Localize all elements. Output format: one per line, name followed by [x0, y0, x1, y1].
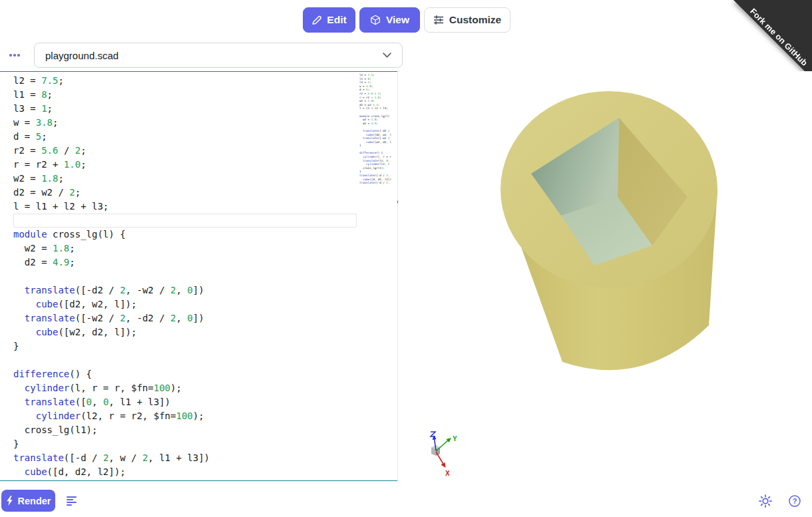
- code-line[interactable]: translate([-d / 2, w / 2, l1 + l3]): [13, 451, 370, 465]
- code-token: ;: [378, 103, 380, 106]
- gear-icon: [759, 494, 772, 508]
- code-line[interactable]: translate([0, 0, l1 + l3]): [13, 395, 370, 409]
- code-editor-pane: l2 = 7.5;l1 = 8;l3 = 1;w = 3.8;d = 5;r2 …: [0, 71, 397, 481]
- code-line[interactable]: [13, 269, 370, 283]
- customize-button[interactable]: Customize: [424, 7, 510, 33]
- code-line[interactable]: l3 = 1;: [13, 102, 370, 116]
- code-token: ([w2, d2, l]);: [373, 140, 391, 144]
- edit-button-label: Edit: [327, 14, 346, 26]
- customize-button-label: Customize: [449, 14, 501, 26]
- code-token: ;: [368, 88, 370, 91]
- code-token: , l1 + l3]): [187, 480, 249, 481]
- code-line[interactable]: translate([-w2 / 2, -d2 / 2, 0]): [13, 311, 370, 325]
- code-line[interactable]: d2 = 4.9;: [13, 256, 370, 269]
- code-token: module: [359, 114, 369, 118]
- code-token: [359, 162, 366, 166]
- code-token: d2 =: [359, 122, 371, 125]
- pencil-icon: [311, 15, 321, 25]
- code-line[interactable]: [13, 353, 370, 367]
- code-line[interactable]: r = r2 + 1.0;: [13, 158, 370, 172]
- code-line[interactable]: cube([d, d2, l2]);: [13, 465, 370, 479]
- lightning-icon: [6, 496, 13, 506]
- code-token: ([d, d2, l2]);: [47, 466, 126, 477]
- code-line[interactable]: difference() {: [13, 367, 370, 381]
- minimap[interactable]: l2 = 7.5;l1 = 8;l3 = 1;w = 3.8;d = 5;r2 …: [359, 73, 391, 185]
- code-editor[interactable]: l2 = 7.5;l1 = 8;l3 = 1;w = 3.8;d = 5;r2 …: [0, 72, 370, 481]
- code-line[interactable]: l = l1 + l2 + l3;: [13, 200, 370, 214]
- code-token: ([d, d2, l2]);: [369, 178, 391, 181]
- view-button-label: View: [386, 14, 409, 26]
- edit-button[interactable]: Edit: [303, 7, 355, 33]
- code-line[interactable]: cube([w2, d2, l]);: [359, 140, 391, 144]
- code-token: ([w2, d2, l]);: [58, 327, 136, 337]
- code-line[interactable]: translate([-d2 / 2, -w2 / 2, 0]): [13, 283, 370, 297]
- help-button[interactable]: ?: [788, 494, 801, 508]
- code-token: translate: [25, 313, 75, 323]
- code-line[interactable]: cube([w2, d2, l]);: [13, 325, 370, 339]
- code-line[interactable]: cylinder(l2, r = r2, $fn=100);: [13, 409, 370, 423]
- code-line[interactable]: r2 = 5.6 / 2;: [13, 144, 370, 158]
- file-select[interactable]: playground.scad: [34, 43, 403, 68]
- code-token: cylinder: [36, 411, 81, 421]
- viewer-canvas[interactable]: Y X: [398, 71, 812, 481]
- code-token: );: [170, 383, 182, 393]
- code-token: 1.0: [170, 480, 187, 481]
- code-token: 0: [187, 285, 192, 295]
- render-button[interactable]: Render: [1, 490, 55, 512]
- code-token: ([-w2 /: [378, 136, 391, 140]
- code-token: r = r2 +: [13, 159, 64, 170]
- code-token: , l1 + l3]): [148, 452, 210, 463]
- code-token: ]): [193, 313, 204, 323]
- code-token: ;: [41, 131, 47, 142]
- top-toolbar: Edit View Customize: [0, 0, 812, 40]
- code-line[interactable]: translate([-d / 2, -w / 2 + 1.0, l1 + l3…: [13, 479, 370, 481]
- code-token: translate: [363, 159, 378, 162]
- viewer-pane[interactable]: Y X: [398, 71, 812, 481]
- view-button[interactable]: View: [359, 7, 420, 33]
- code-token: ;: [369, 77, 371, 81]
- code-token: ;: [81, 159, 86, 170]
- code-line[interactable]: l1 = 8;: [13, 88, 370, 102]
- code-token: w =: [13, 117, 36, 128]
- code-line[interactable]: cube([d2, w2, l]);: [13, 297, 370, 311]
- code-line[interactable]: w2 = 1.8;: [13, 242, 370, 256]
- code-line[interactable]: l = l1 + l2 + l3;: [359, 106, 391, 110]
- code-token: 5.6: [41, 145, 58, 156]
- code-token: l = l1 + l2 + l3;: [13, 201, 108, 212]
- code-token: (l2, r = r2, $fn=: [81, 411, 176, 421]
- code-line[interactable]: cylinder(l, r = r, $fn=100);: [13, 381, 370, 395]
- file-menu-button[interactable]: [9, 49, 24, 61]
- code-line[interactable]: l2 = 7.5;: [13, 74, 370, 88]
- code-token: [13, 285, 25, 295]
- console-toggle-button[interactable]: [67, 496, 79, 507]
- code-token: [359, 140, 366, 144]
- code-line[interactable]: [13, 214, 357, 228]
- code-token: cube: [366, 133, 373, 136]
- code-line[interactable]: translate([-d / 2, -w / 2 + 1.0, l1 + l3…: [359, 181, 391, 185]
- code-token: 100: [154, 383, 170, 393]
- code-line[interactable]: w2 = 1.8;: [13, 172, 370, 186]
- code-token: translate: [25, 285, 75, 295]
- code-line[interactable]: d = 5;: [13, 130, 370, 144]
- code-token: cross_lg(l) {: [47, 229, 126, 240]
- settings-button[interactable]: [759, 494, 772, 508]
- code-line[interactable]: d2 = w2 / 2;: [13, 186, 370, 200]
- code-token: cube: [36, 327, 59, 337]
- code-token: [13, 313, 25, 323]
- code-token: ,: [176, 285, 187, 295]
- code-token: w2 =: [13, 173, 41, 184]
- bottom-toolbar: Render ?: [0, 486, 812, 517]
- code-token: ([: [75, 397, 87, 407]
- code-token: l1 =: [13, 89, 41, 100]
- code-token: l = l1 + l2 + l3;: [359, 106, 388, 110]
- code-token: cylinder: [25, 383, 69, 393]
- code-line[interactable]: }: [13, 437, 370, 451]
- code-token: ,: [176, 313, 187, 323]
- code-line[interactable]: module cross_lg(l) {: [13, 228, 370, 242]
- code-line[interactable]: cross_lg(l1);: [13, 423, 370, 437]
- code-token: );: [193, 411, 204, 421]
- code-token: d =: [13, 131, 36, 142]
- code-token: 2: [69, 187, 75, 198]
- code-line[interactable]: }: [13, 339, 370, 353]
- code-line[interactable]: w = 3.8;: [13, 116, 370, 130]
